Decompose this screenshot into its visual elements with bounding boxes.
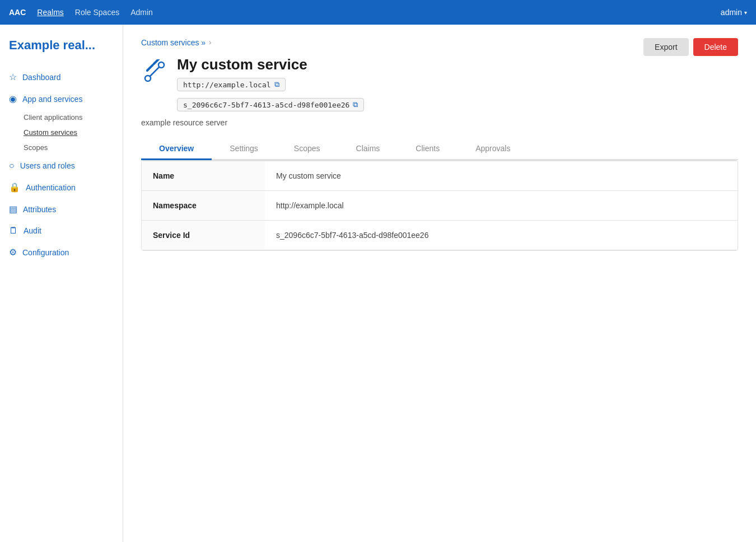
breadcrumb: Custom services » › [141, 38, 211, 47]
user-icon: ○ [9, 161, 15, 171]
top-nav-links: AAC Realms Role Spaces Admin [9, 8, 153, 17]
svg-line-4 [150, 67, 159, 76]
sidebar-item-configuration[interactable]: ⚙ Configuration [0, 241, 123, 263]
svg-rect-0 [146, 63, 155, 72]
delete-button[interactable]: Delete [693, 38, 738, 56]
svg-point-2 [145, 76, 151, 81]
realm-name: Example real... [0, 38, 123, 66]
export-button[interactable]: Export [643, 38, 688, 56]
breadcrumb-custom-services[interactable]: Custom services » [141, 38, 206, 47]
subitem-scopes[interactable]: Scopes [24, 140, 123, 155]
tabs: Overview Settings Scopes Claims Clients … [141, 138, 738, 160]
service-description: example resource server [141, 118, 738, 127]
service-namespace-badge: http://example.local ⧉ [177, 78, 286, 91]
layers-icon: ◉ [9, 94, 17, 104]
gear-icon: ⚙ [9, 247, 17, 258]
row-key-name: Name [142, 161, 265, 191]
sidebar-item-label: Audit [24, 226, 41, 235]
subitem-custom-services[interactable]: Custom services [24, 125, 123, 140]
sidebar-item-label: Users and roles [20, 161, 75, 170]
nav-admin[interactable]: Admin [130, 8, 153, 17]
sidebar-item-label: Authentication [26, 183, 76, 192]
subitem-client-applications[interactable]: Client applications [24, 110, 123, 125]
sidebar-item-label: Configuration [22, 248, 69, 257]
breadcrumb-chevron-icon: › [209, 39, 211, 46]
tab-overview[interactable]: Overview [141, 138, 212, 160]
tab-claims[interactable]: Claims [338, 138, 398, 160]
page-layout: Example real... ☆ Dashboard ◉ App and se… [0, 25, 756, 542]
tab-scopes[interactable]: Scopes [276, 138, 338, 160]
user-label: admin [721, 8, 742, 17]
nav-aac[interactable]: AAC [9, 8, 26, 17]
svg-point-3 [158, 62, 164, 68]
table-row: Service Id s_2096c6c7-5bf7-4613-a5cd-d98… [142, 221, 738, 250]
sidebar-item-dashboard[interactable]: ☆ Dashboard [0, 66, 123, 88]
tab-clients[interactable]: Clients [398, 138, 458, 160]
row-key-service-id: Service Id [142, 221, 265, 250]
sidebar-item-audit[interactable]: 🗒 Audit [0, 220, 123, 241]
sidebar-item-label: Attributes [23, 205, 56, 214]
overview-table: Name My custom service Namespace http://… [142, 161, 738, 250]
row-key-namespace: Namespace [142, 191, 265, 221]
tab-settings[interactable]: Settings [212, 138, 276, 160]
service-header: My custom service http://example.local ⧉… [141, 56, 738, 111]
nav-role-spaces[interactable]: Role Spaces [75, 8, 119, 17]
row-value-name: My custom service [265, 161, 738, 191]
sidebar-item-users-roles[interactable]: ○ Users and roles [0, 155, 123, 176]
action-buttons: Export Delete [643, 38, 738, 56]
copy-namespace-icon[interactable]: ⧉ [274, 80, 279, 89]
list-icon: ▤ [9, 204, 17, 214]
sidebar-item-label: App and services [22, 95, 82, 104]
app-services-subitems: Client applications Custom services Scop… [0, 110, 123, 155]
service-icon [141, 58, 168, 85]
sidebar-item-label: Dashboard [22, 73, 61, 82]
row-value-namespace: http://example.local [265, 191, 738, 221]
top-navigation: AAC Realms Role Spaces Admin admin ▾ [0, 0, 756, 25]
service-id-value: s_2096c6c7-5bf7-4613-a5cd-d98fe001ee26 [183, 101, 349, 109]
audit-icon: 🗒 [9, 226, 18, 236]
service-id-badge: s_2096c6c7-5bf7-4613-a5cd-d98fe001ee26 ⧉ [177, 98, 364, 111]
service-title: My custom service [177, 56, 364, 73]
table-row: Name My custom service [142, 161, 738, 191]
service-namespace-value: http://example.local [183, 81, 271, 89]
tab-approvals[interactable]: Approvals [458, 138, 528, 160]
row-value-service-id: s_2096c6c7-5bf7-4613-a5cd-d98fe001ee26 [265, 221, 738, 250]
lock-icon: 🔒 [9, 182, 20, 193]
service-title-block: My custom service http://example.local ⧉… [177, 56, 364, 111]
sidebar: Example real... ☆ Dashboard ◉ App and se… [0, 25, 123, 542]
overview-table-wrapper: Name My custom service Namespace http://… [141, 160, 738, 251]
copy-serviceid-icon[interactable]: ⧉ [353, 100, 358, 109]
star-icon: ☆ [9, 72, 17, 82]
sidebar-item-app-services[interactable]: ◉ App and services [0, 88, 123, 110]
chevron-down-icon: ▾ [744, 10, 747, 16]
table-row: Namespace http://example.local [142, 191, 738, 221]
user-menu[interactable]: admin ▾ [721, 8, 747, 17]
sidebar-item-authentication[interactable]: 🔒 Authentication [0, 176, 123, 198]
sidebar-item-attributes[interactable]: ▤ Attributes [0, 198, 123, 220]
main-content: Custom services » › Export Delete My [123, 25, 756, 542]
nav-realms[interactable]: Realms [37, 8, 63, 17]
